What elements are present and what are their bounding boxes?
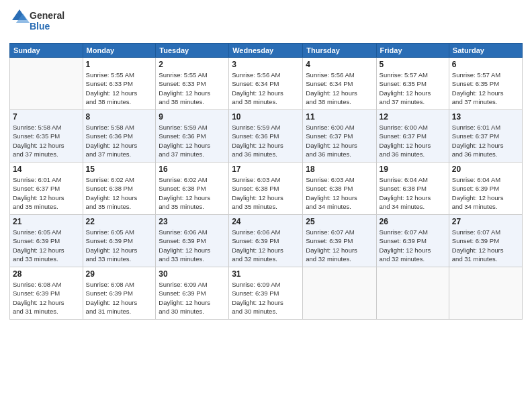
- day-info: Sunrise: 5:55 AMSunset: 6:33 PMDaylight:…: [86, 71, 153, 106]
- day-info: Sunrise: 6:08 AMSunset: 6:39 PMDaylight:…: [86, 280, 153, 316]
- day-number: 11: [306, 112, 373, 122]
- calendar-cell: 8Sunrise: 5:58 AMSunset: 6:36 PMDaylight…: [83, 110, 156, 163]
- week-row-2: 7Sunrise: 5:58 AMSunset: 6:35 PMDaylight…: [10, 110, 523, 163]
- day-number: 10: [232, 112, 300, 122]
- day-info: Sunrise: 6:07 AMSunset: 6:39 PMDaylight:…: [452, 228, 519, 263]
- day-info: Sunrise: 6:07 AMSunset: 6:39 PMDaylight:…: [380, 228, 446, 263]
- calendar-cell: 13Sunrise: 6:01 AMSunset: 6:37 PMDayligh…: [449, 110, 522, 163]
- day-number: 29: [86, 269, 153, 279]
- day-number: 26: [380, 217, 446, 226]
- day-info: Sunrise: 6:09 AMSunset: 6:39 PMDaylight:…: [159, 280, 226, 316]
- day-info: Sunrise: 6:00 AMSunset: 6:37 PMDaylight:…: [306, 123, 373, 158]
- day-info: Sunrise: 5:57 AMSunset: 6:35 PMDaylight:…: [380, 71, 446, 106]
- calendar-cell: 2Sunrise: 5:55 AMSunset: 6:33 PMDaylight…: [156, 58, 229, 110]
- calendar-cell: [303, 267, 376, 320]
- day-number: 12: [380, 112, 446, 122]
- weekday-header-tuesday: Tuesday: [156, 44, 229, 58]
- day-number: 9: [159, 112, 226, 122]
- day-info: Sunrise: 6:03 AMSunset: 6:38 PMDaylight:…: [232, 175, 300, 211]
- day-number: 22: [86, 217, 153, 226]
- day-info: Sunrise: 5:56 AMSunset: 6:34 PMDaylight:…: [306, 71, 373, 106]
- calendar-cell: 21Sunrise: 6:05 AMSunset: 6:39 PMDayligh…: [10, 215, 83, 267]
- day-info: Sunrise: 6:03 AMSunset: 6:38 PMDaylight:…: [306, 175, 373, 211]
- calendar: SundayMondayTuesdayWednesdayThursdayFrid…: [9, 43, 523, 320]
- day-info: Sunrise: 6:04 AMSunset: 6:39 PMDaylight:…: [452, 175, 519, 211]
- day-info: Sunrise: 6:05 AMSunset: 6:39 PMDaylight:…: [86, 228, 153, 263]
- day-number: 27: [452, 217, 519, 226]
- week-row-3: 14Sunrise: 6:01 AMSunset: 6:37 PMDayligh…: [10, 163, 523, 215]
- day-info: Sunrise: 6:05 AMSunset: 6:39 PMDaylight:…: [13, 228, 80, 263]
- calendar-cell: 7Sunrise: 5:58 AMSunset: 6:35 PMDaylight…: [10, 110, 83, 163]
- day-number: 20: [452, 165, 519, 174]
- calendar-cell: [376, 267, 449, 320]
- day-info: Sunrise: 5:57 AMSunset: 6:35 PMDaylight:…: [452, 71, 519, 106]
- day-number: 3: [232, 60, 300, 69]
- day-info: Sunrise: 6:01 AMSunset: 6:37 PMDaylight:…: [13, 175, 80, 211]
- day-number: 24: [232, 217, 300, 226]
- weekday-header-wednesday: Wednesday: [229, 44, 303, 58]
- day-number: 4: [306, 60, 373, 69]
- day-number: 31: [232, 269, 300, 279]
- calendar-cell: [449, 267, 522, 320]
- header: General Blue: [9, 7, 523, 38]
- day-info: Sunrise: 6:02 AMSunset: 6:38 PMDaylight:…: [86, 175, 153, 211]
- calendar-cell: 18Sunrise: 6:03 AMSunset: 6:38 PMDayligh…: [303, 163, 376, 215]
- day-number: 23: [159, 217, 226, 226]
- weekday-header-sunday: Sunday: [10, 44, 83, 58]
- calendar-cell: 19Sunrise: 6:04 AMSunset: 6:38 PMDayligh…: [376, 163, 449, 215]
- calendar-cell: 26Sunrise: 6:07 AMSunset: 6:39 PMDayligh…: [376, 215, 449, 267]
- day-number: 8: [86, 112, 153, 122]
- day-info: Sunrise: 6:00 AMSunset: 6:37 PMDaylight:…: [380, 123, 446, 158]
- svg-text:General: General: [30, 10, 64, 21]
- day-number: 2: [159, 60, 226, 69]
- calendar-cell: 4Sunrise: 5:56 AMSunset: 6:34 PMDaylight…: [303, 58, 376, 110]
- day-info: Sunrise: 6:09 AMSunset: 6:39 PMDaylight:…: [232, 280, 300, 316]
- day-number: 17: [232, 165, 300, 174]
- calendar-cell: 30Sunrise: 6:09 AMSunset: 6:39 PMDayligh…: [156, 267, 229, 320]
- day-info: Sunrise: 6:02 AMSunset: 6:38 PMDaylight:…: [159, 175, 226, 211]
- day-number: 14: [13, 165, 80, 174]
- day-number: 30: [159, 269, 226, 279]
- calendar-cell: 17Sunrise: 6:03 AMSunset: 6:38 PMDayligh…: [229, 163, 303, 215]
- calendar-cell: 28Sunrise: 6:08 AMSunset: 6:39 PMDayligh…: [10, 267, 83, 320]
- calendar-cell: 24Sunrise: 6:06 AMSunset: 6:39 PMDayligh…: [229, 215, 303, 267]
- calendar-cell: 11Sunrise: 6:00 AMSunset: 6:37 PMDayligh…: [303, 110, 376, 163]
- day-number: 25: [306, 217, 373, 226]
- day-info: Sunrise: 6:04 AMSunset: 6:38 PMDaylight:…: [380, 175, 446, 211]
- weekday-header-thursday: Thursday: [303, 44, 376, 58]
- day-info: Sunrise: 6:06 AMSunset: 6:39 PMDaylight:…: [232, 228, 300, 263]
- calendar-cell: 15Sunrise: 6:02 AMSunset: 6:38 PMDayligh…: [83, 163, 156, 215]
- calendar-cell: [10, 58, 83, 110]
- calendar-cell: 9Sunrise: 5:59 AMSunset: 6:36 PMDaylight…: [156, 110, 229, 163]
- week-row-1: 1Sunrise: 5:55 AMSunset: 6:33 PMDaylight…: [10, 58, 523, 110]
- day-number: 6: [452, 60, 519, 69]
- day-number: 28: [13, 269, 80, 279]
- calendar-cell: 29Sunrise: 6:08 AMSunset: 6:39 PMDayligh…: [83, 267, 156, 320]
- day-info: Sunrise: 5:58 AMSunset: 6:36 PMDaylight:…: [86, 123, 153, 158]
- calendar-cell: 14Sunrise: 6:01 AMSunset: 6:37 PMDayligh…: [10, 163, 83, 215]
- weekday-header-friday: Friday: [376, 44, 449, 58]
- logo: General Blue: [9, 7, 83, 38]
- calendar-cell: 12Sunrise: 6:00 AMSunset: 6:37 PMDayligh…: [376, 110, 449, 163]
- day-info: Sunrise: 5:59 AMSunset: 6:36 PMDaylight:…: [159, 123, 226, 158]
- weekday-header-row: SundayMondayTuesdayWednesdayThursdayFrid…: [10, 44, 523, 58]
- calendar-cell: 31Sunrise: 6:09 AMSunset: 6:39 PMDayligh…: [229, 267, 303, 320]
- day-number: 19: [380, 165, 446, 174]
- day-number: 16: [159, 165, 226, 174]
- week-row-4: 21Sunrise: 6:05 AMSunset: 6:39 PMDayligh…: [10, 215, 523, 267]
- calendar-cell: 6Sunrise: 5:57 AMSunset: 6:35 PMDaylight…: [449, 58, 522, 110]
- day-info: Sunrise: 5:55 AMSunset: 6:33 PMDaylight:…: [159, 71, 226, 106]
- day-info: Sunrise: 6:06 AMSunset: 6:39 PMDaylight:…: [159, 228, 226, 263]
- calendar-cell: 20Sunrise: 6:04 AMSunset: 6:39 PMDayligh…: [449, 163, 522, 215]
- day-number: 18: [306, 165, 373, 174]
- calendar-cell: 5Sunrise: 5:57 AMSunset: 6:35 PMDaylight…: [376, 58, 449, 110]
- calendar-cell: 3Sunrise: 5:56 AMSunset: 6:34 PMDaylight…: [229, 58, 303, 110]
- calendar-cell: 16Sunrise: 6:02 AMSunset: 6:38 PMDayligh…: [156, 163, 229, 215]
- day-number: 13: [452, 112, 519, 122]
- day-info: Sunrise: 6:08 AMSunset: 6:39 PMDaylight:…: [13, 280, 80, 316]
- day-info: Sunrise: 5:58 AMSunset: 6:35 PMDaylight:…: [13, 123, 80, 158]
- logo-svg: General Blue: [9, 7, 83, 35]
- day-number: 5: [380, 60, 446, 69]
- day-info: Sunrise: 5:59 AMSunset: 6:36 PMDaylight:…: [232, 123, 300, 158]
- weekday-header-monday: Monday: [83, 44, 156, 58]
